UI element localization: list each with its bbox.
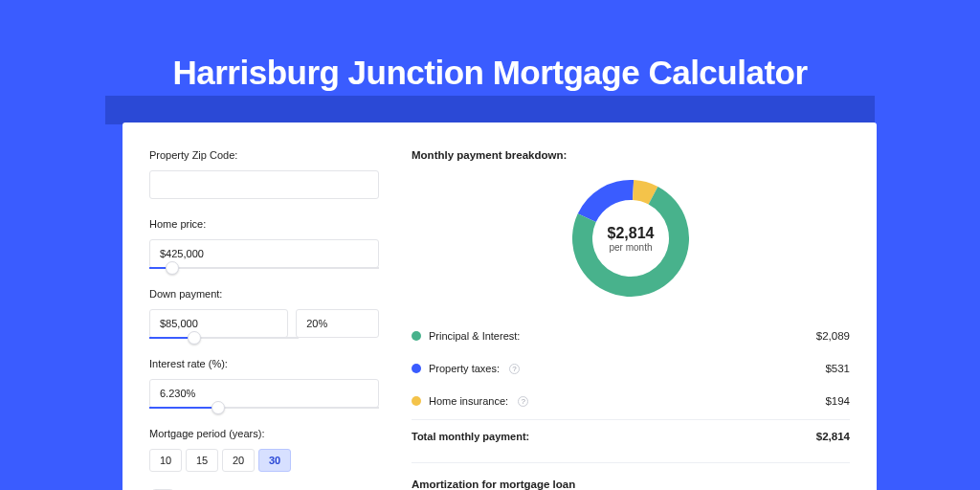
home-price-slider-thumb[interactable] [166, 261, 179, 275]
period-label: Mortgage period (years): [149, 428, 379, 439]
zip-label: Property Zip Code: [149, 149, 379, 161]
total-row: Total monthly payment: $2,814 [412, 419, 850, 453]
down-payment-row [149, 309, 379, 338]
home-price-field: Home price: [149, 218, 379, 269]
total-label: Total monthly payment: [412, 431, 529, 442]
donut-amount: $2,814 [608, 225, 655, 242]
legend-label: Principal & Interest: [429, 330, 520, 342]
legend-label: Home insurance: [429, 395, 508, 407]
info-icon[interactable]: ? [518, 396, 528, 407]
period-option-15[interactable]: 15 [186, 449, 218, 472]
legend-left: Principal & Interest: [412, 330, 520, 342]
period-option-30[interactable]: 30 [258, 449, 291, 472]
zip-field: Property Zip Code: [149, 149, 379, 199]
period-option-20[interactable]: 20 [222, 449, 255, 472]
donut-sublabel: per month [609, 242, 652, 253]
legend-value: $531 [825, 363, 850, 374]
interest-rate-field: Interest rate (%): [149, 358, 379, 409]
home-price-slider[interactable] [149, 267, 379, 269]
interest-rate-label: Interest rate (%): [149, 358, 379, 369]
down-payment-label: Down payment: [149, 288, 379, 300]
legend-dot [412, 396, 421, 406]
breakdown-title: Monthly payment breakdown: [412, 149, 850, 161]
legend-label: Property taxes: [429, 363, 500, 374]
legend-item: Property taxes:?$531 [412, 352, 850, 385]
amortization-title: Amortization for mortgage loan [412, 479, 850, 490]
down-payment-slider[interactable] [149, 337, 299, 339]
zip-input[interactable] [149, 170, 379, 199]
calculator-card: Property Zip Code: Home price: Down paym… [122, 122, 877, 490]
period-option-10[interactable]: 10 [149, 449, 182, 472]
down-payment-percent-input[interactable] [296, 309, 379, 338]
interest-rate-slider[interactable] [149, 407, 379, 409]
home-price-label: Home price: [149, 218, 379, 230]
legend-left: Property taxes:? [412, 363, 520, 374]
payment-donut-chart: $2,814 per month [572, 180, 689, 297]
header-accent-bar [105, 96, 875, 124]
breakdown-column: Monthly payment breakdown: $2,814 per mo… [412, 149, 850, 490]
period-options: 10152030 [149, 449, 379, 472]
total-label-wrap: Total monthly payment: [412, 431, 529, 442]
donut-center: $2,814 per month [593, 201, 668, 276]
inputs-column: Property Zip Code: Home price: Down paym… [149, 149, 379, 490]
down-payment-slider-thumb[interactable] [188, 331, 201, 345]
legend-item: Principal & Interest:$2,089 [412, 320, 850, 352]
legend-dot [412, 364, 421, 373]
interest-rate-slider-thumb[interactable] [212, 401, 225, 414]
legend-dot [412, 331, 421, 341]
donut-container: $2,814 per month [412, 180, 850, 297]
amortization-section: Amortization for mortgage loan Amortizat… [412, 462, 850, 490]
interest-rate-input[interactable] [149, 379, 379, 408]
legend-value: $194 [825, 395, 850, 407]
down-payment-amount-input[interactable] [149, 309, 288, 338]
legend-left: Home insurance:? [412, 395, 528, 407]
page-title: Harrisburg Junction Mortgage Calculator [0, 54, 980, 92]
legend-value: $2,089 [816, 330, 850, 342]
period-field: Mortgage period (years): 10152030 [149, 428, 379, 472]
legend: Principal & Interest:$2,089Property taxe… [412, 320, 850, 417]
legend-item: Home insurance:?$194 [412, 385, 850, 417]
info-icon[interactable]: ? [509, 364, 520, 374]
home-price-input[interactable] [149, 239, 379, 268]
total-value: $2,814 [816, 431, 850, 442]
down-payment-field: Down payment: [149, 288, 379, 339]
